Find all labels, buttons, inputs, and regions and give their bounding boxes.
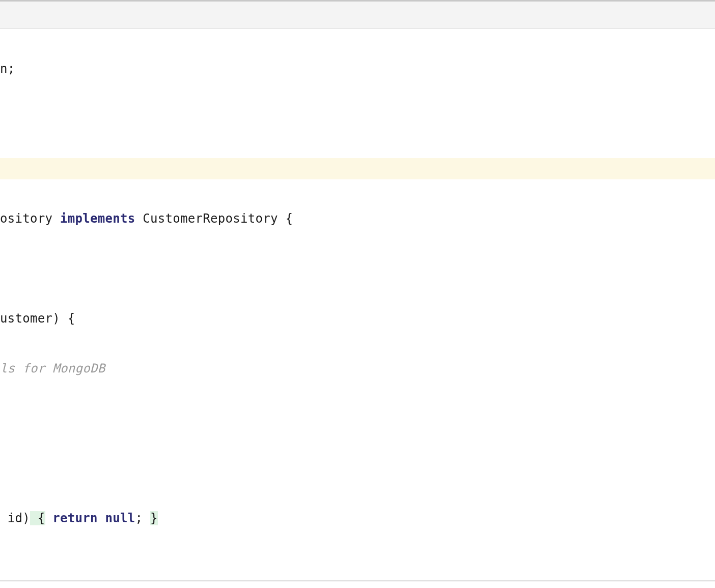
code-fragment: CustomerRepository { <box>135 211 293 226</box>
code-fragment: n; <box>0 62 15 76</box>
brace-close: } <box>150 511 158 525</box>
code-editor-area[interactable]: n; ository implements CustomerRepository… <box>0 30 715 588</box>
editor-footer-border <box>0 580 715 583</box>
code-line-highlighted <box>0 158 715 179</box>
code-comment: ls for MongoDB <box>0 361 105 376</box>
keyword-null: null <box>105 511 135 525</box>
keyword-implements: implements <box>60 211 135 226</box>
code-fragment: ository <box>0 211 60 226</box>
code-line-blank <box>0 108 715 129</box>
keyword-return: return <box>52 511 98 525</box>
code-line: id) { return null; } <box>0 507 715 529</box>
code-line: ls for MongoDB <box>0 358 715 379</box>
code-line: ository implements CustomerRepository { <box>0 208 715 229</box>
editor-header-bar <box>0 2 715 29</box>
code-line: n; <box>0 58 715 79</box>
code-fragment: ustomer) { <box>0 311 75 326</box>
semicolon: ; <box>135 511 143 525</box>
code-line-blank <box>0 458 715 479</box>
code-line-blank <box>0 408 715 429</box>
code-line-blank <box>0 258 715 279</box>
code-line-blank <box>0 557 715 579</box>
code-line: ustomer) { <box>0 308 715 329</box>
code-fragment: id) <box>0 511 30 525</box>
brace-open: { <box>30 511 45 525</box>
